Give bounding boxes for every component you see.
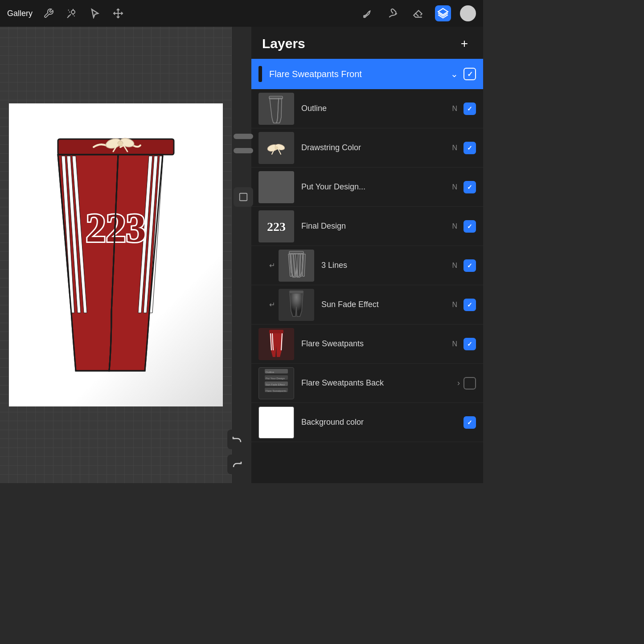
- eraser-tool-icon[interactable]: [410, 5, 426, 21]
- chevron-down-icon: ⌄: [451, 69, 458, 79]
- layer-final-design-visibility[interactable]: [464, 220, 476, 233]
- layer-thumb-back-group: Outline Put Your Design Sun Fade Effect …: [258, 367, 294, 399]
- layer-sun-fade-mode: N: [452, 301, 457, 309]
- shape-tool-button[interactable]: [234, 187, 253, 207]
- sweatpants-illustration: 223: [31, 126, 201, 384]
- layer-final-design-name: Final Design: [301, 222, 452, 231]
- layer-sun-fade-name: Sun Fade Effect: [321, 300, 452, 309]
- wrench-icon[interactable]: [41, 6, 56, 21]
- brush-tool-icon[interactable]: [360, 5, 376, 21]
- svg-point-0: [71, 10, 75, 14]
- svg-rect-10: [269, 96, 283, 99]
- layers-header: Layers +: [251, 27, 483, 59]
- indent-arrow-icon: ↵: [269, 261, 275, 270]
- top-toolbar: Gallery: [0, 0, 483, 27]
- svg-point-13: [275, 146, 278, 150]
- layer-group-back-name: Flare Sweatpants Back: [301, 378, 457, 388]
- layer-sun-fade-visibility[interactable]: [464, 299, 476, 311]
- svg-rect-28: [240, 193, 247, 201]
- layer-flare-sweatpants-mode: N: [452, 340, 457, 348]
- layer-thumb-sunfade: [279, 289, 314, 321]
- layer-thumb-223: 223: [258, 210, 294, 242]
- canvas-white: 223: [9, 103, 223, 406]
- group-front-visibility[interactable]: [464, 68, 476, 80]
- transform-icon[interactable]: [111, 6, 125, 21]
- layer-drawstring[interactable]: Drawstring Color N: [251, 128, 483, 168]
- layer-group-back[interactable]: Outline Put Your Design Sun Fade Effect …: [251, 364, 483, 403]
- svg-text:223: 223: [267, 220, 286, 234]
- user-avatar[interactable]: [460, 5, 476, 21]
- layer-outline-mode: N: [452, 105, 457, 113]
- layer-thumb-background: [258, 406, 294, 439]
- layer-drawstring-mode: N: [452, 144, 457, 152]
- layer-thumb-design-placeholder: [258, 171, 294, 203]
- magic-wand-icon[interactable]: [65, 6, 79, 21]
- layers-tool-icon[interactable]: [435, 5, 451, 21]
- canvas-area: 223: [0, 27, 232, 483]
- layer-thumb-drawstring: [258, 132, 294, 164]
- smudge-tool-icon[interactable]: [385, 5, 401, 21]
- layer-background-name: Background color: [301, 418, 445, 427]
- layer-flare-sweatpants-name: Flare Sweatpants: [301, 339, 452, 349]
- indent-arrow-2-icon: ↵: [269, 300, 275, 309]
- layer-design-placeholder-visibility[interactable]: [464, 181, 476, 193]
- layer-final-design-mode: N: [452, 222, 457, 230]
- layers-list: Flare Sweatpants Front ⌄ Outline N: [251, 59, 483, 483]
- layer-flare-sweatpants[interactable]: Flare Sweatpants N: [251, 324, 483, 364]
- layer-group-back-visibility[interactable]: [464, 377, 476, 390]
- size-slider-1[interactable]: [234, 134, 253, 139]
- selection-icon[interactable]: [88, 6, 102, 21]
- layer-design-placeholder-name: Put Your Design...: [301, 182, 452, 192]
- brush-size-controls: [234, 134, 253, 153]
- chevron-right-icon: ›: [457, 378, 460, 388]
- svg-text:Outline: Outline: [266, 371, 275, 373]
- layer-group-front[interactable]: Flare Sweatpants Front ⌄: [251, 59, 483, 89]
- size-slider-2[interactable]: [234, 148, 253, 153]
- layer-3lines[interactable]: ↵ 3 Lines N: [251, 246, 483, 285]
- layer-design-placeholder[interactable]: Put Your Design... N: [251, 168, 483, 207]
- svg-line-1: [67, 14, 71, 18]
- layer-outline-visibility[interactable]: [464, 103, 476, 115]
- layer-thumb-sweatpants: [258, 328, 294, 360]
- svg-point-6: [118, 141, 123, 146]
- layers-panel: Layers + Flare Sweatpants Front ⌄ Outlin…: [251, 27, 483, 483]
- svg-rect-18: [289, 291, 304, 293]
- undo-button[interactable]: [227, 430, 247, 449]
- layer-final-design[interactable]: 223 Final Design N: [251, 207, 483, 246]
- layer-sun-fade[interactable]: ↵ Sun Fade Effect N: [251, 285, 483, 324]
- svg-rect-19: [269, 330, 283, 333]
- right-tool-strip: [234, 187, 253, 207]
- bottom-controls: [227, 430, 247, 474]
- group-front-name: Flare Sweatpants Front: [269, 69, 451, 79]
- layer-outline[interactable]: Outline N: [251, 89, 483, 128]
- svg-text:Sun Fade Effect: Sun Fade Effect: [266, 383, 285, 386]
- svg-text:Flare Sweatpants: Flare Sweatpants: [266, 390, 287, 392]
- layers-title: Layers: [262, 36, 305, 51]
- layer-background[interactable]: Background color: [251, 403, 483, 442]
- svg-text:Put Your Design: Put Your Design: [266, 377, 285, 380]
- toolbar-right: [360, 5, 476, 21]
- layer-drawstring-name: Drawstring Color: [301, 143, 452, 152]
- layer-thumb-outline: [258, 93, 294, 125]
- layer-background-visibility[interactable]: [464, 416, 476, 429]
- layer-drawstring-visibility[interactable]: [464, 142, 476, 154]
- layer-outline-name: Outline: [301, 104, 452, 113]
- redo-button[interactable]: [227, 455, 247, 474]
- layer-3lines-visibility[interactable]: [464, 259, 476, 272]
- layer-thumb-3lines: [279, 250, 314, 282]
- gallery-button[interactable]: Gallery: [7, 9, 33, 18]
- layer-3lines-name: 3 Lines: [321, 261, 452, 270]
- layer-flare-sweatpants-visibility[interactable]: [464, 338, 476, 350]
- layer-3lines-mode: N: [452, 262, 457, 270]
- toolbar-left: Gallery: [7, 6, 125, 21]
- add-layer-button[interactable]: +: [456, 36, 472, 52]
- layer-design-placeholder-mode: N: [452, 183, 457, 191]
- svg-rect-17: [289, 251, 304, 254]
- group-thumb-line: [258, 66, 262, 82]
